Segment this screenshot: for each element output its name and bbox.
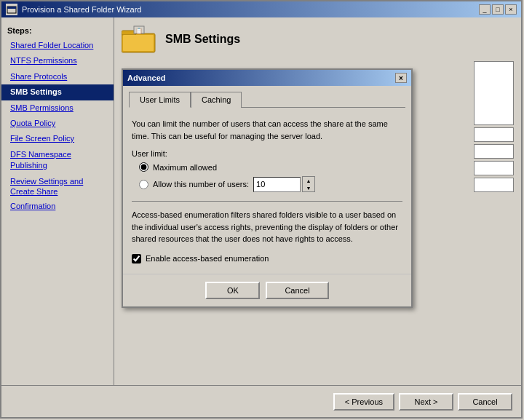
sidebar-item-confirmation[interactable]: Confirmation <box>1 199 114 214</box>
svg-rect-1 <box>7 7 16 9</box>
close-button[interactable]: × <box>505 4 517 15</box>
radio-item-allow-number: Allow this number of users: ▲ ▼ <box>139 176 402 192</box>
sidebar-header: Steps: <box>1 23 114 38</box>
sidebar-item-quota-policy[interactable]: Quota Policy <box>1 116 114 131</box>
sidebar-item-ntfs-permissions[interactable]: NTFS Permissions <box>1 53 114 68</box>
modal-close-button[interactable]: × <box>395 73 407 83</box>
side-panels <box>474 61 514 192</box>
folder-icon: 📋 <box>122 25 156 54</box>
user-count-input[interactable] <box>253 177 301 192</box>
sidebar-item-dfs-namespace[interactable]: DFS Namespace Publishing <box>1 147 114 174</box>
radio-allow-number-label: Allow this number of users: <box>153 180 249 189</box>
tab-caching[interactable]: Caching <box>191 92 242 108</box>
title-bar-buttons: _ □ × <box>479 4 517 15</box>
modal-body: User Limits Caching You can limit the nu… <box>123 86 411 274</box>
side-panel-5 <box>474 178 514 192</box>
maximize-button[interactable]: □ <box>492 4 504 15</box>
radio-item-maximum: Maximum allowed <box>139 162 402 172</box>
side-panel-3 <box>474 144 514 159</box>
sidebar-item-file-screen-policy[interactable]: File Screen Policy <box>1 131 114 146</box>
dialog-tabs: User Limits Caching <box>129 92 405 108</box>
side-panel-4 <box>474 161 514 175</box>
cancel-button-dialog[interactable]: Cancel <box>266 282 328 299</box>
main-panels-area: Advanced × User Limits Caching <box>122 61 514 378</box>
svg-rect-4 <box>123 35 154 51</box>
tab-content-user-limits: You can limit the number of users that c… <box>129 114 405 268</box>
spinner-down-button[interactable]: ▼ <box>303 184 314 191</box>
spinner-up-button[interactable]: ▲ <box>303 177 314 184</box>
checkbox-item-enum: Enable access-based enumeration <box>132 254 402 264</box>
main-title-bar: Provision a Shared Folder Wizard _ □ × <box>1 1 521 17</box>
modal-title: Advanced <box>127 74 166 82</box>
side-panel-1 <box>474 61 514 125</box>
title-bar-left: Provision a Shared Folder Wizard <box>6 4 141 15</box>
user-count-input-group: ▲ ▼ <box>253 176 315 192</box>
sidebar-item-share-protocols[interactable]: Share Protocols <box>1 69 114 84</box>
main-area: 📋 SMB Settings Advanced <box>114 17 521 385</box>
window-title: Provision a Shared Folder Wizard <box>22 5 141 14</box>
sidebar-item-smb-permissions[interactable]: SMB Permissions <box>1 100 114 116</box>
main-window: Provision a Shared Folder Wizard _ □ × S… <box>0 0 523 419</box>
main-title: SMB Settings <box>165 33 240 46</box>
user-limit-info-text: You can limit the number of users that c… <box>132 118 402 142</box>
modal-title-bar: Advanced × <box>123 70 411 86</box>
sidebar-item-shared-folder-location[interactable]: Shared Folder Location <box>1 38 114 53</box>
sidebar-item-review-settings[interactable]: Review Settings and Create Share <box>1 174 114 199</box>
radio-maximum-label: Maximum allowed <box>153 163 217 172</box>
window-content: Steps: Shared Folder Location NTFS Permi… <box>1 17 521 385</box>
radio-group: Maximum allowed Allow this number of use… <box>139 162 402 192</box>
main-header: 📋 SMB Settings <box>122 25 514 54</box>
spinner-buttons: ▲ ▼ <box>302 176 315 192</box>
cancel-button-main[interactable]: Cancel <box>458 393 512 411</box>
next-button[interactable]: Next > <box>399 393 453 411</box>
enable-enumeration-label: Enable access-based enumeration <box>146 254 269 263</box>
advanced-dialog: Advanced × User Limits Caching <box>122 68 413 308</box>
enable-enumeration-checkbox[interactable] <box>132 254 141 264</box>
modal-footer: OK Cancel <box>123 274 411 306</box>
divider <box>132 201 402 202</box>
bottom-bar: < Previous Next > Cancel <box>1 385 521 417</box>
previous-button[interactable]: < Previous <box>333 393 394 411</box>
window-icon <box>6 4 17 15</box>
radio-maximum-allowed[interactable] <box>139 162 148 172</box>
tab-user-limits[interactable]: User Limits <box>129 92 191 108</box>
sidebar: Steps: Shared Folder Location NTFS Permi… <box>1 17 114 385</box>
minimize-button[interactable]: _ <box>479 4 491 15</box>
enum-info-text: Access-based enumeration filters shared … <box>132 209 402 245</box>
ok-button[interactable]: OK <box>205 282 260 299</box>
sidebar-item-smb-settings[interactable]: SMB Settings <box>1 84 114 100</box>
svg-text:📋: 📋 <box>135 27 143 34</box>
radio-allow-number[interactable] <box>139 180 148 189</box>
side-panel-2 <box>474 127 514 142</box>
user-limit-label: User limit: <box>132 149 402 158</box>
